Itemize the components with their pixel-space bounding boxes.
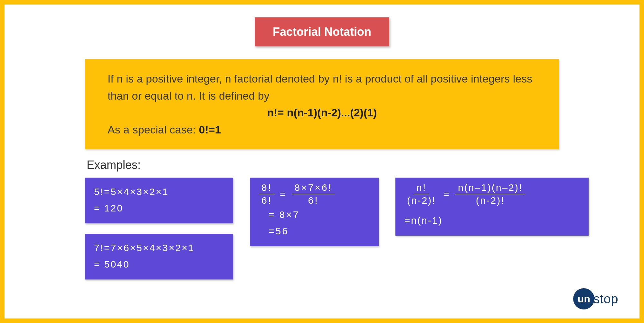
ex3-frac-row: 8! 6! = 8×7×6! 6! [259, 182, 370, 206]
ex3-step1: = 8×7 [259, 206, 370, 223]
example-card-4: n! (n-2)! = n(n–1)(n–2)! (n-2)! =n(n-1) [395, 178, 589, 236]
ex3-lhs-bot: 6! [259, 194, 275, 206]
special-prefix: As a special case: [108, 123, 199, 136]
title-wrap: Factorial Notation [5, 5, 639, 46]
ex3-eq: = [279, 186, 288, 202]
ex4-step1: =n(n-1) [404, 212, 580, 229]
special-value: 0!=1 [199, 123, 221, 136]
ex4-rhs-bot: (n-2)! [473, 194, 507, 206]
ex4-rhs-frac: n(n–1)(n–2)! (n-2)! [455, 182, 525, 206]
ex3-rhs-bot: 6! [306, 194, 321, 206]
ex4-frac-row: n! (n-2)! = n(n–1)(n–2)! (n-2)! [404, 182, 580, 206]
ex4-lhs-top: n! [414, 182, 429, 195]
examples-label: Examples: [87, 158, 639, 172]
ex3-lhs-frac: 8! 6! [259, 182, 275, 206]
example-card-3: 8! 6! = 8×7×6! 6! = 8×7 =56 [250, 178, 379, 246]
ex3-step2: =56 [259, 223, 370, 239]
examples-row: 5!=5×4×3×2×1 = 120 7!=7×6×5×4×3×2×1 = 50… [85, 178, 639, 279]
brand-logo: un stop [573, 288, 618, 309]
ex2-line2: = 5040 [94, 256, 224, 272]
slide-frame: Factorial Notation If n is a positive in… [0, 0, 644, 323]
example-card-1: 5!=5×4×3×2×1 = 120 [85, 178, 233, 223]
definition-box: If n is a positive integer, n factorial … [85, 59, 559, 149]
slide-title: Factorial Notation [255, 17, 389, 46]
ex3-lhs-top: 8! [259, 182, 275, 195]
example-card-2: 7!=7×6×5×4×3×2×1 = 5040 [85, 234, 233, 279]
definition-formula: n!= n(n-1)(n-2)...(2)(1) [108, 104, 536, 121]
definition-text: If n is a positive integer, n factorial … [108, 70, 536, 104]
ex4-lhs-frac: n! (n-2)! [404, 182, 439, 206]
ex4-rhs-top: n(n–1)(n–2)! [455, 182, 525, 195]
ex4-eq: = [442, 186, 452, 202]
ex4-lhs-bot: (n-2)! [404, 194, 439, 206]
ex1-line2: = 120 [94, 200, 224, 216]
ex3-rhs-frac: 8×7×6! 6! [292, 182, 335, 206]
definition-special: As a special case: 0!=1 [108, 121, 536, 138]
examples-col-1: 5!=5×4×3×2×1 = 120 7!=7×6×5×4×3×2×1 = 50… [85, 178, 233, 279]
ex2-line1: 7!=7×6×5×4×3×2×1 [94, 240, 224, 256]
brand-logo-circle: un [573, 288, 594, 309]
ex3-rhs-top: 8×7×6! [292, 182, 335, 195]
ex1-line1: 5!=5×4×3×2×1 [94, 183, 224, 200]
brand-logo-text: stop [593, 292, 618, 306]
